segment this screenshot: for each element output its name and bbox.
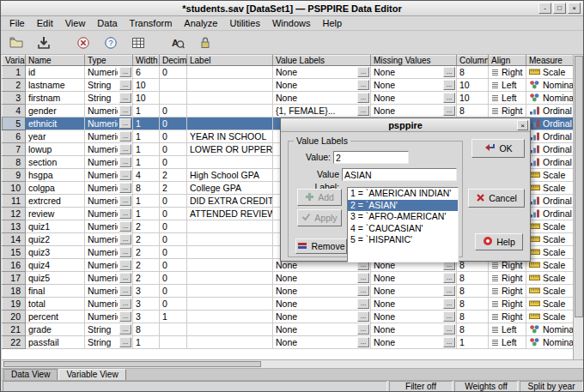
label-cell[interactable] bbox=[187, 105, 273, 118]
tab-data-view[interactable]: Data View bbox=[3, 369, 58, 380]
row-number-cell[interactable]: 4 bbox=[3, 105, 26, 118]
menu-item-file[interactable]: File bbox=[3, 17, 31, 29]
value-labels-ellipsis-button[interactable]: ... bbox=[357, 337, 369, 347]
column-header-label[interactable]: Label bbox=[187, 56, 273, 66]
measure-cell[interactable]: Ordinal bbox=[526, 130, 574, 143]
measure-cell[interactable]: Ordinal bbox=[526, 143, 574, 156]
row-number-cell[interactable]: 15 bbox=[3, 246, 26, 259]
type-cell[interactable]: String... bbox=[85, 323, 133, 336]
type-ellipsis-button[interactable]: ... bbox=[119, 106, 131, 116]
type-cell[interactable]: Numeric... bbox=[85, 220, 133, 233]
type-ellipsis-button[interactable]: ... bbox=[119, 234, 131, 244]
missing-values-ellipsis-button[interactable]: ... bbox=[443, 337, 455, 347]
row-number-cell[interactable]: 20 bbox=[3, 311, 26, 323]
vertical-scrollbar-thumb[interactable] bbox=[575, 56, 583, 317]
name-cell[interactable]: lowup bbox=[26, 143, 85, 156]
type-ellipsis-button[interactable]: ... bbox=[119, 324, 131, 335]
measure-cell[interactable]: Nominal bbox=[526, 323, 574, 336]
lock-button[interactable] bbox=[194, 33, 216, 53]
label-cell[interactable]: ATTENDED REVIEW SES bbox=[187, 208, 273, 220]
missing-values-cell[interactable]: None... bbox=[371, 105, 457, 118]
width-cell[interactable]: 4 bbox=[133, 169, 160, 182]
type-ellipsis-button[interactable]: ... bbox=[119, 144, 131, 154]
type-ellipsis-button[interactable]: ... bbox=[119, 260, 131, 270]
row-number-cell[interactable]: 10 bbox=[3, 182, 26, 195]
columns-cell[interactable]: 8 bbox=[457, 285, 489, 298]
column-header-columns[interactable]: Columns bbox=[457, 56, 489, 66]
type-ellipsis-button[interactable]: ... bbox=[119, 273, 131, 283]
maximize-button[interactable]: □ bbox=[553, 3, 566, 14]
value-labels-cell[interactable]: None... bbox=[273, 336, 371, 349]
name-cell[interactable]: lastname bbox=[26, 79, 85, 92]
width-cell[interactable]: 2 bbox=[133, 259, 160, 272]
label-cell[interactable] bbox=[187, 246, 273, 259]
decimals-cell[interactable]: 0 bbox=[160, 130, 187, 143]
measure-cell[interactable]: Scale bbox=[526, 233, 574, 246]
decimals-cell[interactable] bbox=[160, 323, 187, 336]
decimals-cell[interactable] bbox=[160, 92, 187, 105]
label-cell[interactable]: College GPA bbox=[187, 182, 273, 195]
label-cell[interactable]: High School GPA bbox=[187, 169, 273, 182]
value-labels-cell[interactable]: None... bbox=[273, 298, 371, 311]
missing-values-cell[interactable]: None... bbox=[371, 285, 457, 298]
width-cell[interactable]: 10 bbox=[133, 79, 160, 92]
column-header-variable[interactable]: Variable bbox=[3, 56, 26, 66]
align-cell[interactable]: Right bbox=[489, 105, 526, 118]
label-cell[interactable] bbox=[187, 272, 273, 285]
name-cell[interactable]: firstnam bbox=[26, 92, 85, 105]
columns-cell[interactable]: 10 bbox=[457, 79, 489, 92]
name-cell[interactable]: gender bbox=[26, 105, 85, 118]
missing-values-cell[interactable]: None... bbox=[371, 92, 457, 105]
type-ellipsis-button[interactable]: ... bbox=[119, 196, 131, 206]
measure-cell[interactable]: Nominal bbox=[526, 92, 574, 105]
type-cell[interactable]: Numeric... bbox=[85, 195, 133, 208]
measure-cell[interactable]: Scale bbox=[526, 272, 574, 285]
missing-values-ellipsis-button[interactable]: ... bbox=[443, 67, 455, 77]
name-cell[interactable]: ethnicit bbox=[26, 118, 85, 130]
width-cell[interactable]: 1 bbox=[133, 105, 160, 118]
tab-variable-view[interactable]: Variable View bbox=[58, 369, 125, 380]
row-number-cell[interactable]: 5 bbox=[3, 118, 26, 130]
status-split-by-year[interactable]: Split by year bbox=[520, 381, 583, 392]
label-cell[interactable] bbox=[187, 156, 273, 169]
value-label-item[interactable]: 4 = `CAUCASIAN' bbox=[348, 223, 458, 235]
label-cell[interactable] bbox=[187, 92, 273, 105]
status-filter-off[interactable]: Filter off bbox=[389, 381, 453, 392]
decimals-cell[interactable]: 0 bbox=[160, 298, 187, 311]
type-cell[interactable]: Numeric... bbox=[85, 285, 133, 298]
width-cell[interactable]: 8 bbox=[133, 323, 160, 336]
type-cell[interactable]: Numeric... bbox=[85, 208, 133, 220]
decimals-cell[interactable]: 0 bbox=[160, 105, 187, 118]
value-labels-ellipsis-button[interactable]: ... bbox=[357, 311, 369, 322]
width-cell[interactable]: 3 bbox=[133, 285, 160, 298]
measure-cell[interactable]: Scale bbox=[526, 220, 574, 233]
align-cell[interactable]: Right bbox=[489, 298, 526, 311]
name-cell[interactable]: quiz1 bbox=[26, 220, 85, 233]
label-cell[interactable] bbox=[187, 285, 273, 298]
type-ellipsis-button[interactable]: ... bbox=[119, 93, 131, 103]
type-ellipsis-button[interactable]: ... bbox=[119, 208, 131, 219]
missing-values-ellipsis-button[interactable]: ... bbox=[443, 324, 455, 335]
label-cell[interactable] bbox=[187, 336, 273, 349]
value-labels-ellipsis-button[interactable]: ... bbox=[357, 273, 369, 283]
width-cell[interactable]: 3 bbox=[133, 311, 160, 323]
value-label-input[interactable] bbox=[342, 168, 457, 181]
measure-cell[interactable]: Scale bbox=[526, 169, 574, 182]
menu-item-transform[interactable]: Transform bbox=[124, 17, 179, 29]
value-labels-cell[interactable]: {1, FEMALE}...... bbox=[273, 105, 371, 118]
name-cell[interactable]: passfail bbox=[26, 336, 85, 349]
label-cell[interactable]: LOWER OR UPPER DIVIS bbox=[187, 143, 273, 156]
value-labels-cell[interactable]: None... bbox=[273, 311, 371, 323]
measure-cell[interactable]: Nominal bbox=[526, 79, 574, 92]
decimals-cell[interactable]: 0 bbox=[160, 220, 187, 233]
help-button[interactable]: Help bbox=[475, 233, 523, 250]
type-cell[interactable]: Numeric... bbox=[85, 182, 133, 195]
align-cell[interactable]: Right bbox=[489, 272, 526, 285]
type-cell[interactable]: Numeric... bbox=[85, 272, 133, 285]
decimals-cell[interactable]: 0 bbox=[160, 156, 187, 169]
menu-item-analyze[interactable]: Analyze bbox=[178, 17, 223, 29]
type-cell[interactable]: Numeric... bbox=[85, 298, 133, 311]
decimals-cell[interactable]: 0 bbox=[160, 208, 187, 220]
type-cell[interactable]: Numeric... bbox=[85, 143, 133, 156]
type-cell[interactable]: Numeric... bbox=[85, 105, 133, 118]
